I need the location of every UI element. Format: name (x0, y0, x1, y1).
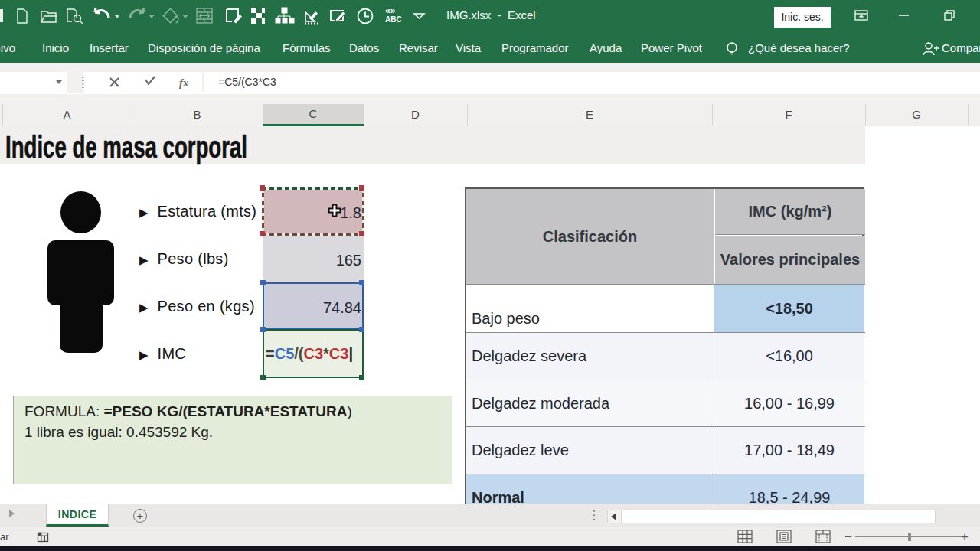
svg-text:«»: «» (385, 5, 396, 16)
svg-text:ABC: ABC (385, 15, 402, 24)
svg-text:fx: fx (179, 77, 189, 89)
